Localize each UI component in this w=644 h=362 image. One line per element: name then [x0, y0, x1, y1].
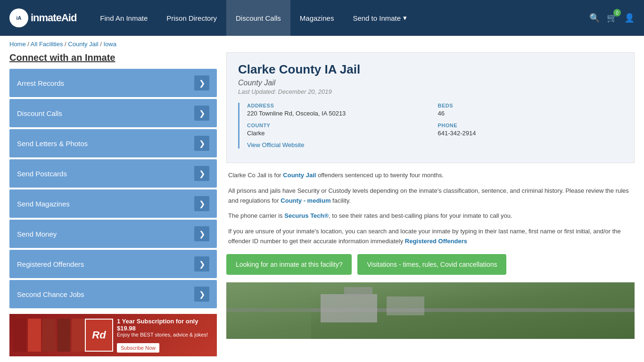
svg-rect-3 — [344, 287, 372, 296]
sidebar-label: Send Magazines — [17, 200, 70, 208]
phone-label: PHONE — [438, 123, 623, 128]
logo-icon: iA — [9, 8, 28, 27]
dropdown-arrow-icon: ▾ — [403, 14, 407, 22]
sidebar-arrow-icon: ❯ — [194, 166, 209, 181]
registered-offenders-link[interactable]: Registered Offenders — [405, 238, 467, 245]
ad-text: 1 Year Subscription for only $19.98 Enjo… — [113, 318, 213, 353]
sidebar-item-send-money[interactable]: Send Money ❯ — [9, 220, 217, 248]
sidebar-item-discount-calls[interactable]: Discount Calls ❯ — [9, 99, 217, 127]
county-label: COUNTY — [247, 123, 432, 128]
header-icons: 🔍 🛒 0 👤 — [589, 13, 635, 23]
beds-label: BEDS — [438, 103, 623, 108]
user-icon[interactable]: 👤 — [624, 13, 635, 23]
sidebar-arrow-icon: ❯ — [194, 226, 209, 241]
sidebar: Connect with an Inmate Arrest Records ❯ … — [9, 52, 217, 356]
description-para4: If you are unsure of your inmate's locat… — [228, 227, 633, 247]
breadcrumb: Home / All Facilities / County Jail / Io… — [0, 36, 644, 52]
sidebar-item-send-magazines[interactable]: Send Magazines ❯ — [9, 189, 217, 218]
county-value: Clarke — [247, 130, 265, 137]
sidebar-label: Send Money — [17, 230, 57, 238]
cart-badge: 0 — [613, 9, 621, 16]
address-label: ADDRESS — [247, 103, 432, 108]
svg-rect-4 — [387, 296, 424, 315]
details-grid: ADDRESS 220 Townline Rd, Osceola, IA 502… — [247, 103, 623, 137]
facility-details: ADDRESS 220 Townline Rd, Osceola, IA 502… — [238, 103, 623, 148]
cta-buttons: Looking for an inmate at this facility? … — [226, 254, 635, 275]
main-layout: Connect with an Inmate Arrest Records ❯ … — [0, 52, 644, 356]
sidebar-item-second-chance-jobs[interactable]: Second Chance Jobs ❯ — [9, 280, 217, 308]
breadcrumb-home[interactable]: Home — [9, 41, 26, 48]
sidebar-item-arrest-records[interactable]: Arrest Records ❯ — [9, 69, 217, 97]
facility-description: Clarke Co Jail is for County Jail offend… — [226, 171, 635, 247]
sidebar-title: Connect with an Inmate — [9, 52, 217, 63]
sidebar-arrow-icon: ❯ — [194, 287, 209, 302]
sidebar-arrow-icon: ❯ — [194, 75, 209, 90]
breadcrumb-all-facilities[interactable]: All Facilities — [31, 41, 63, 48]
nav-send-to-inmate[interactable]: Send to Inmate ▾ — [343, 0, 416, 36]
sidebar-label: Send Postcards — [17, 170, 67, 178]
content-area: Clarke County IA Jail County Jail Last U… — [226, 52, 635, 356]
county-jail-link[interactable]: County Jail — [283, 172, 316, 179]
sidebar-arrow-icon: ❯ — [194, 136, 209, 151]
detail-address: ADDRESS 220 Townline Rd, Osceola, IA 502… — [247, 103, 432, 117]
cart-icon[interactable]: 🛒 0 — [607, 13, 617, 23]
beds-value: 46 — [438, 110, 445, 117]
detail-phone: PHONE 641-342-2914 — [438, 123, 623, 137]
securus-link[interactable]: Securus Tech® — [284, 212, 329, 219]
sidebar-label: Send Letters & Photos — [17, 140, 88, 148]
ad-subscribe-button[interactable]: Subscribe Now — [117, 343, 159, 353]
official-website-link[interactable]: View Official Website — [247, 141, 304, 148]
detail-county: COUNTY Clarke — [247, 123, 432, 137]
sidebar-menu: Arrest Records ❯ Discount Calls ❯ Send L… — [9, 69, 217, 308]
address-value: 220 Townline Rd, Osceola, IA 50213 — [247, 110, 346, 117]
ad-banner: Rd 1 Year Subscription for only $19.98 E… — [9, 314, 217, 356]
nav-discount-calls[interactable]: Discount Calls — [226, 0, 290, 36]
header: iA inmateAid Find An Inmate Prison Direc… — [0, 0, 644, 36]
sidebar-arrow-icon: ❯ — [194, 196, 209, 211]
logo[interactable]: iA inmateAid — [9, 8, 76, 27]
sidebar-label: Arrest Records — [17, 79, 64, 87]
description-para2: All prisons and jails have Security or C… — [228, 186, 633, 206]
county-medium-link[interactable]: County - medium — [281, 197, 330, 204]
nav-find-inmate[interactable]: Find An Inmate — [91, 0, 157, 36]
facility-card: Clarke County IA Jail County Jail Last U… — [226, 52, 635, 163]
find-inmate-cta-button[interactable]: Looking for an inmate at this facility? — [226, 254, 352, 275]
svg-rect-5 — [226, 282, 311, 339]
visitations-cta-button[interactable]: Visitations - times, rules, Covid cancel… — [357, 254, 506, 275]
sidebar-item-send-postcards[interactable]: Send Postcards ❯ — [9, 159, 217, 188]
facility-aerial-image — [226, 282, 635, 339]
sidebar-item-registered-offenders[interactable]: Registered Offenders ❯ — [9, 250, 217, 278]
sidebar-label: Discount Calls — [17, 109, 62, 117]
description-para1: Clarke Co Jail is for County Jail offend… — [228, 171, 633, 181]
sidebar-arrow-icon: ❯ — [194, 256, 209, 272]
detail-beds: BEDS 46 — [438, 103, 623, 117]
facility-type: County Jail — [238, 79, 623, 87]
main-nav: Find An Inmate Prison Directory Discount… — [91, 0, 589, 36]
svg-rect-2 — [321, 294, 377, 322]
phone-value: 641-342-2914 — [438, 130, 476, 137]
facility-name: Clarke County IA Jail — [238, 62, 623, 77]
breadcrumb-state[interactable]: Iowa — [103, 41, 116, 48]
nav-magazines[interactable]: Magazines — [290, 0, 344, 36]
logo-text: inmateAid — [31, 12, 76, 24]
sidebar-arrow-icon: ❯ — [194, 106, 209, 121]
sidebar-label: Second Chance Jobs — [17, 290, 84, 298]
search-icon[interactable]: 🔍 — [589, 13, 600, 23]
facility-last-updated: Last Updated: December 20, 2019 — [238, 88, 623, 95]
nav-prison-directory[interactable]: Prison Directory — [157, 0, 226, 36]
sidebar-item-send-letters[interactable]: Send Letters & Photos ❯ — [9, 129, 217, 157]
sidebar-label: Registered Offenders — [17, 260, 84, 268]
breadcrumb-county-jail[interactable]: County Jail — [68, 41, 98, 48]
description-para3: The phone carrier is Securus Tech®, to s… — [228, 211, 633, 221]
ad-rd-logo: Rd — [85, 319, 113, 352]
